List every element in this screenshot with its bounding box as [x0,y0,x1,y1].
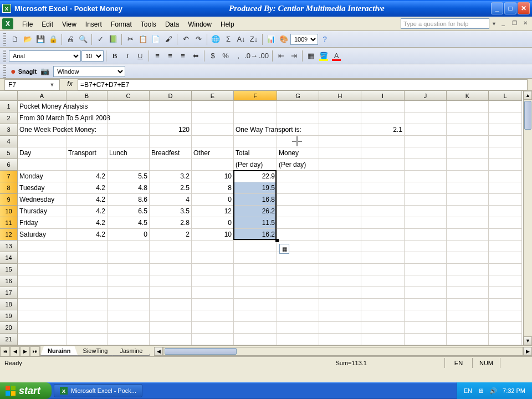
cell-G15[interactable] [277,264,319,275]
name-box-dropdown-icon[interactable]: ▼ [48,82,56,88]
column-header-D[interactable]: D [150,91,192,101]
cell-B2[interactable] [66,112,108,124]
cell-C9[interactable]: 8.6 [108,194,150,206]
cell-I21[interactable] [361,334,405,345]
cell-E10[interactable]: 12 [192,206,234,217]
cell-C19[interactable] [108,310,150,322]
cell-L18[interactable] [489,299,522,310]
cell-D16[interactable] [150,275,192,287]
column-header-K[interactable]: K [447,91,489,101]
column-header-G[interactable]: G [277,91,319,101]
row-header-17[interactable]: 17 [0,287,18,299]
cell-K21[interactable] [447,334,489,345]
row-header-20[interactable]: 20 [0,322,18,334]
cell-D21[interactable] [150,334,192,345]
cell-I18[interactable] [361,299,405,310]
cell-F6[interactable]: (Per day) [234,159,277,171]
hscroll-thumb[interactable] [165,348,237,355]
cell-E15[interactable] [192,264,234,275]
cell-D17[interactable] [150,287,192,299]
cell-L8[interactable] [489,182,522,194]
row-header-9[interactable]: 9 [0,194,18,206]
underline-button[interactable]: U [134,50,146,62]
cell-I9[interactable] [361,194,405,206]
cell-K9[interactable] [447,194,489,206]
cell-E9[interactable]: 0 [192,194,234,206]
menu-edit[interactable]: Edit [37,19,58,29]
column-header-L[interactable]: L [489,91,522,101]
row-header-6[interactable]: 6 [0,159,18,171]
cell-E21[interactable] [192,334,234,345]
cell-D9[interactable]: 4 [150,194,192,206]
tray-network-icon[interactable]: 🖥 [478,387,484,394]
font-color-button[interactable]: A [330,50,342,62]
cell-A4[interactable] [18,136,66,147]
sheet-tab-nurainn[interactable]: Nurainn [40,346,78,356]
cell-D11[interactable]: 2.8 [150,217,192,229]
cell-E6[interactable] [192,159,234,171]
row-header-15[interactable]: 15 [0,264,18,275]
row-header-19[interactable]: 19 [0,310,18,322]
menu-window[interactable]: Window [183,19,216,29]
align-left-button[interactable]: ≡ [151,50,163,62]
cell-A21[interactable] [18,334,66,345]
cell-E14[interactable] [192,252,234,264]
cell-F7[interactable]: 22.9 [234,171,277,182]
cell-H1[interactable] [319,101,361,112]
cell-F20[interactable] [234,322,277,334]
column-header-J[interactable]: J [405,91,447,101]
menu-help[interactable]: Help [216,19,239,29]
permission-button[interactable]: 🔒 [47,33,59,45]
cell-K8[interactable] [447,182,489,194]
fill-color-button[interactable]: 🪣 [318,50,330,62]
cell-I20[interactable] [361,322,405,334]
cell-B11[interactable]: 4.2 [66,217,108,229]
cell-D12[interactable]: 2 [150,229,192,241]
cell-H8[interactable] [319,182,361,194]
cell-D1[interactable] [150,101,192,112]
cell-I7[interactable] [361,171,405,182]
cell-D5[interactable]: Breadfest [150,147,192,159]
mdi-close-button[interactable]: ✕ [521,20,530,28]
system-tray[interactable]: EN 🖥 🔊 7:32 PM [457,382,532,399]
cell-C10[interactable]: 6.5 [108,206,150,217]
cell-A3[interactable]: One Week Pocket Money: [18,124,66,136]
decrease-indent-button[interactable]: ⇤ [275,50,287,62]
cell-B17[interactable] [66,287,108,299]
menu-format[interactable]: Format [106,19,136,29]
cell-D8[interactable]: 2.5 [150,182,192,194]
cell-A12[interactable]: Saturday [18,229,66,241]
cell-C12[interactable]: 0 [108,229,150,241]
snagit-capture-button[interactable]: 📷 [39,65,51,78]
cell-H11[interactable] [319,217,361,229]
tab-first-button[interactable]: ⏮ [0,346,10,356]
cell-I3[interactable]: 2.1 [361,124,405,136]
cell-I16[interactable] [361,275,405,287]
vertical-scrollbar[interactable]: ▲ ▼ [523,91,532,345]
align-right-button[interactable]: ≡ [177,50,189,62]
cell-G3[interactable] [277,124,319,136]
cell-J13[interactable] [405,241,447,252]
cell-H6[interactable] [319,159,361,171]
cell-B10[interactable]: 4.2 [66,206,108,217]
scroll-down-button[interactable]: ▼ [524,336,532,345]
cell-J15[interactable] [405,264,447,275]
cell-A10[interactable]: Thursday [18,206,66,217]
cell-H20[interactable] [319,322,361,334]
cell-C2[interactable] [108,112,150,124]
cell-L10[interactable] [489,206,522,217]
cell-I13[interactable] [361,241,405,252]
cell-H16[interactable] [319,275,361,287]
cell-A17[interactable] [18,287,66,299]
cell-H4[interactable] [319,136,361,147]
cell-D19[interactable] [150,310,192,322]
cell-F3[interactable]: One Way Transport is: [234,124,277,136]
cell-G1[interactable] [277,101,319,112]
column-header-B[interactable]: B [66,91,108,101]
sheet-tab-jasmine[interactable]: Jasmine [112,346,150,356]
taskbar-item-excel[interactable]: X Microsoft Excel - Pock... [54,384,142,397]
column-header-F[interactable]: F [234,91,277,101]
cell-E19[interactable] [192,310,234,322]
cell-C3[interactable] [108,124,150,136]
cell-K7[interactable] [447,171,489,182]
